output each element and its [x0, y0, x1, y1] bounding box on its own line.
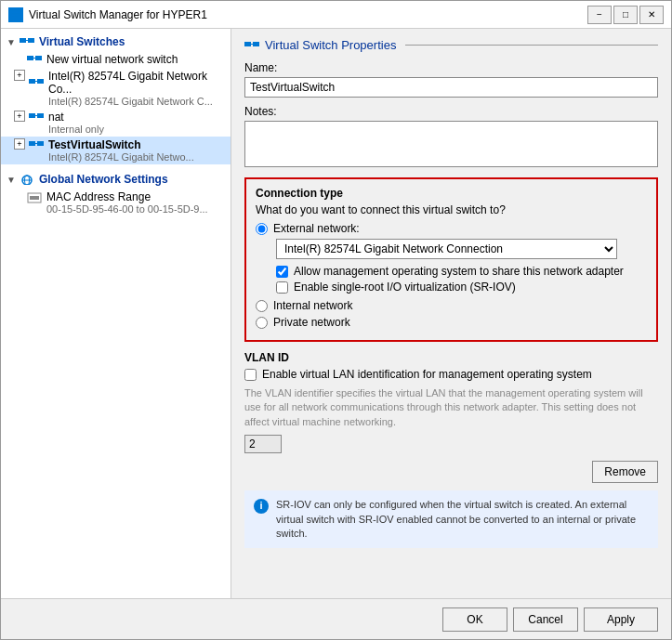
window-icon — [8, 7, 23, 22]
sr-iov-label[interactable]: Enable single-root I/O virtualization (S… — [294, 281, 516, 294]
svg-rect-16 — [37, 141, 44, 146]
private-network-label[interactable]: Private network — [273, 316, 350, 329]
expand-icon-test[interactable]: + — [14, 138, 25, 150]
internal-network-radio[interactable] — [256, 300, 268, 312]
nat-icon — [29, 111, 44, 123]
network-adapter-dropdown[interactable]: Intel(R) 82574L Gigabit Network Connecti… — [276, 239, 617, 259]
virtual-switches-section-header[interactable]: ▼ Virtual Switches — [1, 33, 231, 51]
new-virtual-switch-row[interactable]: New virtual network switch — [1, 51, 231, 68]
private-network-radio[interactable] — [256, 317, 268, 329]
section-title-text: Virtual Switch Properties — [265, 38, 396, 52]
external-network-label[interactable]: External network: — [273, 222, 360, 235]
vlan-description: The VLAN identifier specifies the virtua… — [244, 386, 658, 429]
info-text: SR-IOV can only be configured when the v… — [276, 498, 649, 541]
main-window: Virtual Switch Manager for HYPER1 − □ ✕ … — [0, 0, 672, 640]
vlan-value-input[interactable] — [244, 435, 282, 453]
ok-button[interactable]: OK — [442, 607, 507, 632]
left-panel: ▼ Virtual Switches New virtual network s… — [1, 29, 231, 598]
window-controls: − □ ✕ — [587, 6, 664, 24]
connection-type-box: Connection type What do you want to conn… — [244, 177, 658, 342]
svg-rect-12 — [29, 113, 35, 118]
network-dropdown-row: Intel(R) 82574L Gigabit Network Connecti… — [276, 239, 647, 259]
notes-input[interactable] — [244, 121, 658, 167]
mac-content: MAC Address Range 00-15-5D-95-46-00 to 0… — [46, 190, 208, 215]
svg-rect-24 — [253, 42, 259, 46]
intel-switch-1-sub: Intel(R) 82574L Gigabit Network C... — [29, 96, 231, 107]
notes-label: Notes: — [244, 105, 658, 118]
test-virtual-switch-row[interactable]: + TestVirtualSwitch Intel(R) 82574L Giga… — [1, 137, 231, 164]
mac-label: MAC Address Range — [46, 190, 208, 203]
svg-rect-6 — [27, 56, 33, 60]
remove-button-container: Remove — [244, 461, 658, 483]
vlan-checkbox-row: Enable virtual LAN identification for ma… — [244, 368, 658, 381]
close-button[interactable]: ✕ — [639, 6, 664, 24]
internal-network-radio-row: Internal network — [256, 299, 647, 312]
svg-rect-23 — [244, 42, 251, 46]
test-switch-label: TestVirtualSwitch — [48, 138, 141, 151]
test-switch-sub: Intel(R) 82574L Gigabit Netwo... — [29, 151, 194, 163]
intel-switch-1-row[interactable]: + Intel(R) 82574L Gigabit Network Co... … — [1, 68, 231, 109]
remove-button[interactable]: Remove — [592, 461, 658, 483]
connection-type-question: What do you want to connect this virtual… — [256, 203, 647, 216]
mac-address-row[interactable]: MAC Address Range 00-15-5D-95-46-00 to 0… — [1, 189, 231, 216]
private-network-radio-row: Private network — [256, 316, 647, 329]
chevron-down-icon: ▼ — [7, 37, 16, 47]
svg-rect-22 — [30, 196, 39, 200]
content-area: ▼ Virtual Switches New virtual network s… — [1, 29, 671, 598]
svg-rect-3 — [20, 38, 26, 43]
network-icon — [20, 36, 34, 47]
global-icon — [20, 174, 34, 185]
external-network-radio-row: External network: — [256, 222, 647, 235]
svg-rect-15 — [29, 141, 35, 146]
vlan-section: VLAN ID Enable virtual LAN identificatio… — [244, 351, 658, 453]
test-switch-icon — [29, 139, 44, 150]
svg-rect-7 — [35, 56, 42, 60]
intel-switch-1-content: Intel(R) 82574L Gigabit Network Co... In… — [29, 70, 231, 107]
bottom-bar: OK Cancel Apply — [1, 598, 671, 639]
vlan-checkbox-label[interactable]: Enable virtual LAN identification for ma… — [262, 368, 592, 381]
vlan-checkbox[interactable] — [244, 369, 257, 381]
test-virtual-switch-content: TestVirtualSwitch Intel(R) 82574L Gigabi… — [29, 138, 194, 163]
allow-management-row: Allow management operating system to sha… — [276, 265, 647, 278]
cancel-button[interactable]: Cancel — [513, 607, 578, 632]
vlan-label: VLAN ID — [244, 351, 658, 364]
svg-rect-13 — [37, 113, 44, 118]
global-settings-header[interactable]: ▼ Global Network Settings — [1, 170, 231, 189]
properties-icon — [244, 40, 259, 51]
maximize-button[interactable]: □ — [613, 6, 638, 24]
switch-icon — [29, 77, 44, 88]
internal-network-label[interactable]: Internal network — [273, 299, 352, 312]
right-panel: Virtual Switch Properties Name: Notes: C… — [231, 29, 671, 598]
svg-rect-0 — [9, 10, 22, 20]
window-title: Virtual Switch Manager for HYPER1 — [29, 8, 587, 21]
properties-section-title: Virtual Switch Properties — [244, 38, 658, 52]
sr-iov-checkbox[interactable] — [276, 281, 288, 294]
sr-iov-row: Enable single-root I/O virtualization (S… — [276, 281, 647, 294]
minimize-button[interactable]: − — [587, 6, 612, 24]
external-network-radio[interactable] — [256, 223, 268, 235]
global-settings-label: Global Network Settings — [39, 173, 168, 186]
expand-icon[interactable]: + — [14, 70, 25, 81]
name-input[interactable] — [244, 77, 658, 98]
titlebar: Virtual Switch Manager for HYPER1 − □ ✕ — [1, 1, 671, 29]
nat-content: nat Internal only — [29, 111, 104, 135]
svg-rect-10 — [37, 79, 44, 84]
name-field-group: Name: — [244, 61, 658, 98]
chevron-down-icon-global: ▼ — [7, 175, 16, 185]
nat-label: nat — [48, 111, 64, 124]
mac-sub: 00-15-5D-95-46-00 to 00-15-5D-9... — [46, 203, 208, 215]
svg-rect-4 — [28, 38, 34, 43]
allow-management-label[interactable]: Allow management operating system to sha… — [294, 265, 624, 278]
apply-button[interactable]: Apply — [584, 607, 658, 632]
nat-sub: Internal only — [29, 124, 104, 135]
intel-switch-1-label: Intel(R) 82574L Gigabit Network Co... — [48, 70, 231, 96]
new-switch-icon — [27, 54, 42, 65]
connection-type-label: Connection type — [256, 187, 647, 200]
virtual-switches-label: Virtual Switches — [39, 35, 125, 48]
nat-row[interactable]: + nat Internal only — [1, 109, 231, 137]
allow-management-checkbox[interactable] — [276, 266, 288, 278]
info-box: i SR-IOV can only be configured when the… — [244, 490, 658, 548]
name-label: Name: — [244, 61, 658, 74]
notes-field-group: Notes: — [244, 105, 658, 170]
expand-icon-nat[interactable]: + — [14, 111, 25, 122]
